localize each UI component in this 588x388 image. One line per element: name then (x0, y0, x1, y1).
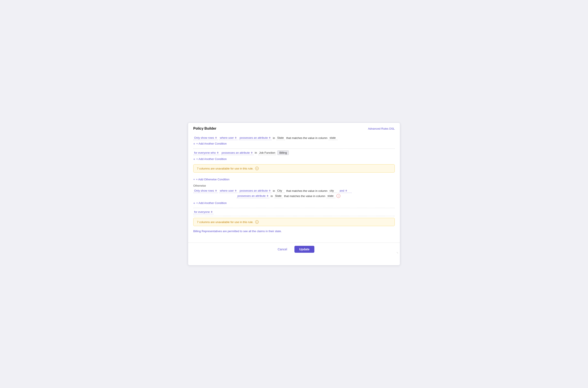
otherwise-row1: Only show rows where user possesses an a… (193, 189, 395, 193)
rule1-matches-text: that matches the value in column (286, 136, 327, 140)
oth-everyone-select[interactable]: for everyone (193, 210, 213, 214)
oth-in2-text: in (271, 194, 273, 198)
update-button[interactable]: Update (294, 246, 314, 253)
otherwise-label: Otherwise (193, 184, 395, 187)
oth-city-column[interactable]: city (329, 189, 337, 193)
oth-possesses2-select[interactable]: possesses an attribute (237, 194, 269, 198)
plus-icon3: + (193, 178, 195, 181)
rule1-possesses2-select[interactable]: possesses an attribute (221, 151, 253, 155)
oth-state-field[interactable]: State (274, 194, 283, 198)
oth-show-rows-select[interactable]: Only show rows (193, 189, 218, 193)
rule1-billing-badge[interactable]: Billing (277, 150, 289, 155)
plus-icon2: + (193, 157, 195, 161)
rule1-add-condition2-btn[interactable]: + + Add Another Condition (193, 157, 227, 161)
description-text: Billing Representatives are permitted to… (193, 230, 395, 236)
oth-where-user-select[interactable]: where user (219, 189, 237, 193)
oth-in-text: in (273, 189, 275, 193)
modal-body: Only show rows where user possesses an a… (188, 134, 400, 242)
rule1-in-text: in (273, 136, 275, 140)
warning-info-icon-2[interactable]: i (255, 220, 259, 224)
divider1 (193, 148, 395, 149)
resize-handle[interactable]: ⤡ (396, 251, 399, 254)
divider3 (193, 216, 395, 216)
add-otherwise-btn[interactable]: + + Add Otherwise Condition (193, 178, 229, 181)
plus-icon4: + (193, 201, 195, 205)
cancel-button[interactable]: Cancel (274, 246, 291, 253)
oth-state-column[interactable]: state (326, 194, 335, 198)
otherwise-row3: for everyone (193, 210, 395, 214)
warning-banner-2: 7 columns are unavailable for use in thi… (193, 218, 395, 226)
rule1-everyone-who-select[interactable]: for everyone who (193, 151, 220, 155)
warning-banner-1: 7 columns are unavailable for use in thi… (193, 164, 395, 172)
oth-add-condition-btn[interactable]: + + Add Another Condition (193, 201, 227, 205)
rule1-add-condition-btn[interactable]: + + Add Another Condition (193, 142, 227, 146)
rule1-row1: Only show rows where user possesses an a… (193, 136, 395, 140)
advanced-rules-link[interactable]: Advanced Rules DSL (368, 127, 395, 130)
rule1-in2-text: in (255, 151, 257, 154)
rule1-job-function-field[interactable]: Job Function (258, 151, 276, 155)
rule1-where-user-select[interactable]: where user (219, 136, 237, 140)
otherwise-row2: possesses an attribute in State that mat… (237, 194, 395, 198)
modal-footer: Cancel Update (188, 242, 400, 256)
oth-matches-text: that matches the value in column (286, 189, 327, 193)
plus-icon: + (193, 142, 195, 146)
warning-info-icon-1[interactable]: i (255, 167, 259, 170)
modal-title: Policy Builder (193, 127, 216, 130)
oth-possesses-select[interactable]: possesses an attribute (239, 189, 271, 193)
rule1-show-rows-select[interactable]: Only show rows (193, 136, 218, 140)
oth-and-select[interactable]: and (339, 189, 352, 193)
remove-condition-btn[interactable]: − (337, 194, 340, 198)
rule1-state-field[interactable]: State (276, 136, 285, 140)
rule1-possesses-select[interactable]: possesses an attribute (239, 136, 271, 140)
oth-matches2-text: that matches the value in column (284, 194, 325, 198)
policy-builder-modal: Policy Builder Advanced Rules DSL Only s… (188, 122, 400, 266)
rule1-row2: for everyone who possesses an attribute … (193, 150, 395, 155)
oth-city-field[interactable]: City (276, 189, 285, 193)
modal-header: Policy Builder Advanced Rules DSL (188, 123, 400, 134)
divider2 (193, 208, 395, 208)
rule1-state-column[interactable]: state (329, 136, 337, 140)
